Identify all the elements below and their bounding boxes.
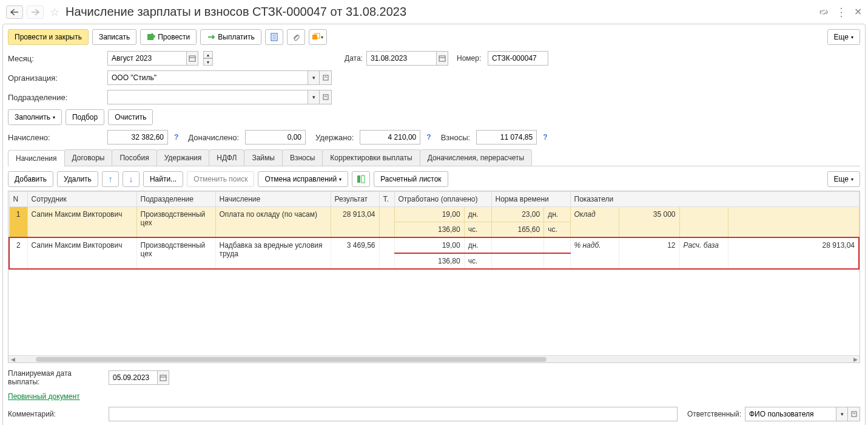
responsible-label: Ответственный: bbox=[687, 410, 741, 418]
table-more-button[interactable]: Еще ▾ bbox=[827, 171, 860, 187]
addl-accrued-label: Доначислено: bbox=[188, 133, 239, 142]
date-label: Дата: bbox=[345, 54, 363, 63]
table-row[interactable]: 1 Сапин Максим Викторович Производственн… bbox=[9, 207, 859, 222]
org-dropdown-button[interactable]: ▾ bbox=[308, 70, 320, 85]
col-indicators[interactable]: Показатели bbox=[570, 192, 859, 207]
write-button[interactable]: Записать bbox=[92, 29, 136, 45]
fill-button[interactable]: Заполнить ▾ bbox=[8, 109, 62, 125]
comment-input[interactable] bbox=[109, 407, 678, 421]
cancel-corrections-button[interactable]: Отмена исправлений ▾ bbox=[258, 171, 348, 187]
month-label: Месяц: bbox=[8, 54, 104, 63]
favorite-star-icon[interactable]: ☆ bbox=[50, 5, 59, 19]
responsible-open-button[interactable] bbox=[848, 407, 860, 421]
clear-button[interactable]: Очистить bbox=[108, 109, 153, 125]
withheld-help-icon[interactable]: ? bbox=[426, 133, 431, 141]
primary-document-link[interactable]: Первичный документ bbox=[8, 392, 80, 401]
dept-input[interactable] bbox=[107, 90, 308, 104]
create-based-icon-button[interactable]: ▾ bbox=[309, 29, 327, 45]
table-row[interactable]: 2 Сапин Максим Викторович Производственн… bbox=[9, 237, 859, 253]
col-n[interactable]: N bbox=[9, 192, 27, 207]
tab-accruals[interactable]: Начисления bbox=[8, 150, 65, 166]
month-down-button[interactable]: ▼ bbox=[203, 58, 213, 66]
tab-payment-corrections[interactable]: Корректировки выплаты bbox=[322, 149, 420, 166]
accrued-label: Начислено: bbox=[8, 133, 104, 142]
month-up-button[interactable]: ▲ bbox=[203, 51, 213, 58]
more-menu-icon[interactable]: ⋮ bbox=[836, 5, 847, 19]
number-label: Номер: bbox=[457, 54, 484, 63]
tab-contracts[interactable]: Договоры bbox=[64, 149, 113, 166]
svg-rect-14 bbox=[362, 175, 365, 183]
attachment-icon-button[interactable] bbox=[287, 29, 305, 45]
nav-forward-button[interactable] bbox=[27, 5, 44, 19]
show-details-button[interactable] bbox=[352, 171, 370, 187]
withheld-value[interactable] bbox=[360, 130, 420, 144]
payslip-button[interactable]: Расчетный листок bbox=[374, 171, 448, 187]
col-t[interactable]: Т. bbox=[379, 192, 394, 207]
col-employee[interactable]: Сотрудник bbox=[27, 192, 136, 207]
org-label: Организация: bbox=[8, 73, 104, 83]
plan-date-label: Планируемая дата выплаты: bbox=[8, 369, 105, 386]
tab-deductions[interactable]: Удержания bbox=[156, 149, 210, 166]
svg-rect-12 bbox=[323, 95, 328, 100]
responsible-dropdown-button[interactable]: ▾ bbox=[836, 407, 848, 421]
col-worked[interactable]: Отработано (оплачено) bbox=[394, 192, 491, 207]
org-open-button[interactable] bbox=[320, 70, 332, 85]
horizontal-scrollbar[interactable]: ◀ ▶ bbox=[8, 355, 860, 362]
find-button[interactable]: Найти... bbox=[143, 171, 183, 187]
move-up-button[interactable]: ↑ bbox=[102, 171, 119, 187]
tab-contributions[interactable]: Взносы bbox=[282, 149, 323, 166]
page-title: Начисление зарплаты и взносов СТЗК-00004… bbox=[66, 5, 815, 19]
number-input[interactable] bbox=[488, 51, 548, 66]
tab-recalculations[interactable]: Доначисления, перерасчеты bbox=[420, 149, 532, 166]
month-calendar-button[interactable] bbox=[186, 51, 198, 66]
add-row-button[interactable]: Добавить bbox=[8, 171, 53, 187]
accrued-help-icon[interactable]: ? bbox=[174, 133, 178, 141]
accruals-table[interactable]: N Сотрудник Подразделение Начисление Рез… bbox=[8, 191, 860, 270]
svg-rect-17 bbox=[852, 412, 856, 416]
contrib-label: Взносы: bbox=[441, 133, 471, 142]
report-icon-button[interactable] bbox=[265, 29, 283, 45]
col-dept[interactable]: Подразделение bbox=[136, 192, 215, 207]
tab-ndfl[interactable]: НДФЛ bbox=[209, 149, 244, 166]
withheld-label: Удержано: bbox=[315, 133, 354, 142]
close-icon[interactable]: ✕ bbox=[854, 6, 862, 18]
pick-button[interactable]: Подбор bbox=[66, 109, 104, 125]
tab-benefits[interactable]: Пособия bbox=[112, 149, 156, 166]
plan-date-calendar-button[interactable] bbox=[157, 370, 169, 385]
comment-label: Комментарий: bbox=[8, 410, 105, 418]
dept-label: Подразделение: bbox=[8, 93, 104, 102]
month-input[interactable] bbox=[107, 51, 186, 66]
col-result[interactable]: Результат bbox=[331, 192, 379, 207]
dept-open-button[interactable] bbox=[320, 90, 332, 104]
tab-loans[interactable]: Займы bbox=[244, 149, 283, 166]
contrib-help-icon[interactable]: ? bbox=[543, 133, 547, 141]
date-input[interactable] bbox=[366, 51, 436, 66]
link-icon[interactable] bbox=[819, 7, 829, 17]
col-norm[interactable]: Норма времени bbox=[491, 192, 570, 207]
dept-dropdown-button[interactable]: ▾ bbox=[308, 90, 320, 104]
svg-rect-11 bbox=[323, 75, 328, 80]
addl-accrued-value[interactable] bbox=[245, 130, 306, 144]
nav-back-button[interactable] bbox=[6, 5, 23, 19]
pay-button[interactable]: Выплатить bbox=[200, 29, 261, 45]
responsible-input[interactable] bbox=[745, 407, 836, 421]
col-accrual[interactable]: Начисление bbox=[215, 192, 331, 207]
more-button[interactable]: Еще ▾ bbox=[827, 29, 860, 45]
accrued-value[interactable] bbox=[107, 130, 168, 144]
post-button[interactable]: Провести bbox=[140, 29, 197, 45]
svg-rect-9 bbox=[439, 56, 445, 61]
svg-rect-13 bbox=[357, 175, 360, 183]
delete-row-button[interactable]: Удалить bbox=[57, 171, 98, 187]
svg-rect-7 bbox=[189, 56, 195, 61]
contrib-value[interactable] bbox=[476, 130, 537, 144]
plan-date-input[interactable] bbox=[109, 370, 157, 385]
org-input[interactable] bbox=[107, 70, 308, 85]
cancel-find-button: Отменить поиск bbox=[187, 171, 254, 187]
svg-rect-15 bbox=[160, 375, 166, 381]
date-calendar-button[interactable] bbox=[436, 51, 448, 66]
post-and-close-button[interactable]: Провести и закрыть bbox=[8, 29, 89, 45]
move-down-button[interactable]: ↓ bbox=[123, 171, 140, 187]
